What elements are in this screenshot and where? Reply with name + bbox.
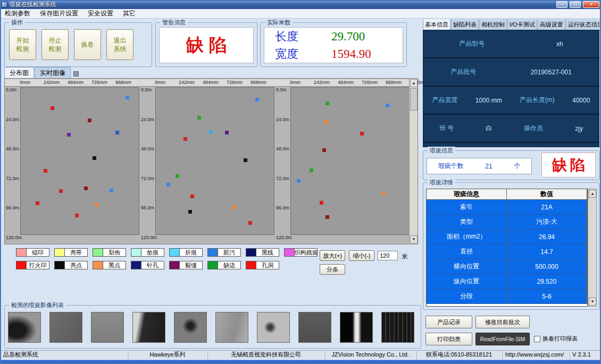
defect-table-row[interactable]: 横向位置500.000 xyxy=(427,259,587,274)
defect-table-row[interactable]: 分段5-6 xyxy=(427,289,587,304)
product-info-row: 产品宽度1000 mm产品长度(m)40000 xyxy=(423,87,599,115)
defect-table-row[interactable]: 纵向位置29.520 xyxy=(427,274,587,289)
defect-point xyxy=(88,118,91,122)
defect-image-list-group: 检测的瑕疵影像列表 xyxy=(4,305,421,349)
defect-count-unit: 个 xyxy=(514,162,521,171)
defect-thumbnail[interactable] xyxy=(132,312,165,343)
defect-point xyxy=(320,201,323,205)
legend-label: 辊印 xyxy=(27,248,49,257)
y-tick-label: 48.0m xyxy=(141,146,155,151)
legend-label: 裂缝 xyxy=(180,261,203,269)
legend-label: 垫痕 xyxy=(141,248,164,257)
defect-table-row[interactable]: 面积（mm2）26.94 xyxy=(427,230,587,244)
defect-table-row[interactable]: 直径14.7 xyxy=(427,244,587,259)
meters-group-label: 实际米数 xyxy=(265,19,293,27)
view-tab[interactable]: 分布图 xyxy=(4,67,34,79)
scroll-down-icon[interactable]: ▼ xyxy=(589,298,596,306)
defect-table-row[interactable]: 类型污渍-大 xyxy=(427,215,587,230)
legend-item: 黑点 xyxy=(93,261,126,270)
defect-thumbnail[interactable] xyxy=(91,312,124,343)
defect-point xyxy=(84,187,88,190)
y-tick-label: 24.0m xyxy=(141,117,155,122)
defect-table-value: 26.94 xyxy=(507,230,587,244)
menu-item[interactable]: 检测参数 xyxy=(0,9,35,19)
legend-label: 孔洞 xyxy=(256,261,279,269)
defect-thumbnail[interactable] xyxy=(215,312,248,343)
modify-batch-button[interactable]: 修改目前批次 xyxy=(475,316,530,328)
meters-group: 实际米数 长度 29.700 宽度 1594.90 xyxy=(260,22,407,67)
scroll-up-icon[interactable]: ▲ xyxy=(589,190,596,198)
window-title: 瑕疵在线检测系统 xyxy=(10,1,554,9)
zoom-out-button[interactable]: 缩小(-) xyxy=(349,250,374,261)
defect-thumbnail[interactable] xyxy=(340,312,373,343)
operation-button[interactable]: 开始检测 xyxy=(9,29,36,60)
info-value: 40000 xyxy=(572,97,590,104)
meters-input[interactable] xyxy=(378,251,398,260)
scatter-plot[interactable] xyxy=(155,87,274,235)
defect-table-row[interactable]: 索引21A xyxy=(427,200,587,215)
operation-group-label: 操作 xyxy=(9,19,25,27)
product-record-button[interactable]: 产品记录 xyxy=(425,316,472,328)
right-tab[interactable]: 运行状态信息 xyxy=(566,19,599,30)
minimize-button[interactable]: – xyxy=(556,1,567,8)
defect-point xyxy=(248,221,252,225)
defect-thumbnail[interactable] xyxy=(174,312,207,343)
status-segment: http://www.wxjzsj.com/ xyxy=(502,350,569,360)
right-tab[interactable]: 相机控制 xyxy=(479,19,507,30)
view-tab[interactable]: 实时图像 xyxy=(35,67,71,79)
defect-thumbnail[interactable] xyxy=(381,312,414,343)
tab-strip-icon[interactable] xyxy=(73,71,79,77)
defect-detail-group: 瑕疵详情 瑕疵信息数值索引21A类型污渍-大面积（mm2）26.94直径14.7… xyxy=(423,182,599,310)
scroll-up-icon[interactable]: ▲ xyxy=(410,79,418,87)
legend-item: 裂缝 xyxy=(169,261,203,270)
print-report-checkbox[interactable] xyxy=(534,336,540,342)
x-ruler: 0mm242mm484mm726mm968mm1210mm xyxy=(5,79,140,87)
defect-thumbnail[interactable] xyxy=(298,312,331,343)
right-tab-strip: 基本信息缺陷列表相机控制I/O卡测试高级设置运行状态信息 xyxy=(423,19,599,30)
split-button[interactable]: 分条 xyxy=(320,264,345,275)
length-label: 长度 xyxy=(275,29,309,45)
x-ruler: 0mm242mm484mm726mm968mm1210mm xyxy=(275,79,410,87)
info-label: 产品型号 xyxy=(459,39,485,48)
info-value: 20190527-001 xyxy=(530,69,571,76)
defect-table-field: 分段 xyxy=(427,289,507,304)
info-value: 1000 mm xyxy=(475,97,502,104)
scroll-down-icon[interactable]: ▼ xyxy=(410,235,418,243)
y-tick-label: 120.0m xyxy=(141,235,155,240)
menu-item[interactable]: 其它 xyxy=(118,9,140,19)
right-tab[interactable]: 高级设置 xyxy=(538,19,565,30)
defect-thumbnail[interactable] xyxy=(257,312,290,343)
scrollbar-thumb[interactable] xyxy=(410,88,418,111)
legend-color-swatch xyxy=(93,248,103,257)
defect-table-value: 污渍-大 xyxy=(507,215,587,230)
operation-button[interactable]: 换卷 xyxy=(74,29,101,60)
operation-button[interactable]: 停止检测 xyxy=(41,29,69,60)
print-classify-button[interactable]: 打印归类 xyxy=(425,333,472,345)
right-tab[interactable]: 缺陷列表 xyxy=(451,19,479,30)
menu-item[interactable]: 保存图片设置 xyxy=(35,9,83,19)
scatter-plot[interactable] xyxy=(20,87,139,235)
defect-thumbnail[interactable] xyxy=(49,312,82,343)
x-tick-label: 242mm xyxy=(314,80,330,85)
maximize-button[interactable]: □ xyxy=(570,1,581,8)
legend-color-swatch xyxy=(16,248,27,257)
info-value: 白 xyxy=(486,124,492,133)
right-tab[interactable]: 基本信息 xyxy=(423,19,450,30)
operation-button[interactable]: 退出系统 xyxy=(106,29,133,60)
read-from-file-button[interactable]: ReadFromFile-SIM xyxy=(475,333,530,345)
table-scrollbar[interactable]: ▲ ▼ xyxy=(588,189,597,307)
defect-alert-box: 缺陷 xyxy=(541,153,596,177)
menu-item[interactable]: 安全设置 xyxy=(83,9,118,19)
right-tab[interactable]: I/O卡测试 xyxy=(507,19,537,30)
print-report-checkbox-area: 换卷打印报表 xyxy=(534,335,578,343)
defect-thumbnail[interactable] xyxy=(8,312,41,343)
zoom-in-button[interactable]: 放大(+) xyxy=(320,250,345,261)
close-button[interactable]: × xyxy=(583,1,599,8)
defect-point xyxy=(93,156,96,160)
legend-label: 黑线 xyxy=(256,248,279,257)
scatter-plot[interactable] xyxy=(290,87,410,235)
plot-scrollbar[interactable]: ▲ ▼ xyxy=(409,79,418,244)
legend-color-swatch xyxy=(246,248,256,257)
x-tick-label: 968mm xyxy=(115,80,131,85)
info-label: 产品长度(m) xyxy=(520,96,555,105)
